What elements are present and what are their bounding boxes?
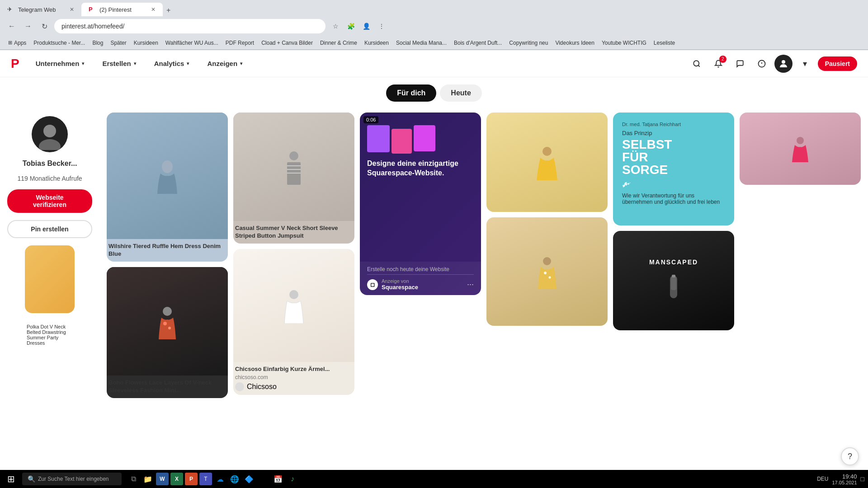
sidebar-username: Tobias Becker...	[23, 160, 77, 168]
tab-telegram-close[interactable]: ✕	[70, 6, 74, 13]
manscaped-brand: MANSCAPED	[649, 258, 698, 266]
pin-card[interactable]	[486, 217, 608, 326]
nav-anzeigen[interactable]: Anzeigen ▾	[202, 56, 248, 71]
bookmark-spaeter[interactable]: Später	[108, 39, 129, 47]
pin-more-button[interactable]: ···	[467, 280, 474, 289]
bookmark-star-button[interactable]: ☆	[329, 20, 342, 33]
taskbar-word[interactable]: W	[156, 473, 169, 485]
pin-info: Wilshire Tiered Ruffle Hem Dress Denim B…	[107, 239, 228, 262]
taskbar-powerpoint[interactable]: P	[185, 473, 198, 485]
taskbar-chrome[interactable]: 🌐	[228, 473, 241, 485]
pinterest-logo[interactable]: P	[11, 56, 19, 71]
taskbar-teams[interactable]: T	[199, 473, 212, 485]
create-pin-button[interactable]: Pin erstellen	[7, 220, 92, 238]
taskbar-photos[interactable]: 🖼	[257, 473, 270, 485]
bookmark-blog[interactable]: Blog	[90, 39, 106, 47]
pin-card-manscaped[interactable]: MANSCAPED	[613, 231, 734, 330]
user-avatar[interactable]	[774, 55, 793, 73]
forward-button[interactable]: →	[22, 20, 34, 33]
ad-label: Erstelle noch heute deine Website	[367, 266, 474, 272]
nav-analytics[interactable]: Analytics ▾	[149, 56, 195, 71]
sq-ad-user: ◻ Anzeige von Squarespace	[367, 278, 418, 291]
pin-info: Chicsoso Einfarbig Kurze Ärmel... chicso…	[233, 362, 354, 395]
bookmark-apps[interactable]: ⊞ Apps	[5, 39, 29, 47]
tab-pinterest-title: (2) Pinterest	[99, 6, 147, 13]
tab-pinterest[interactable]: P (2) Pinterest ✕	[81, 3, 163, 16]
bookmark-produktsuche[interactable]: Produktsuche - Mer...	[31, 39, 88, 47]
settings-button[interactable]: ⋮	[375, 20, 388, 33]
alerts-button[interactable]	[753, 55, 771, 73]
svg-rect-23	[672, 275, 675, 277]
start-button[interactable]: ⊞	[4, 472, 19, 486]
book-das-prinzip: Das Prinzip	[622, 130, 725, 136]
profile-button[interactable]: 👤	[360, 20, 373, 33]
svg-point-9	[163, 322, 167, 325]
bookmark-dinner[interactable]: Dinner & Crime	[317, 39, 360, 47]
pin-card[interactable]: Wilshire Tiered Ruffle Hem Dress Denim B…	[107, 113, 228, 262]
help-icon-button[interactable]: ?	[841, 447, 859, 465]
bookmark-youtube-label: Youtube WICHTIG	[602, 40, 646, 46]
bookmark-wahlf[interactable]: Wahlfächer WU Aus...	[163, 39, 221, 47]
bookmark-leseliste[interactable]: Leseliste	[651, 39, 678, 47]
pin-user-avatar	[235, 382, 244, 391]
messages-button[interactable]	[731, 55, 749, 73]
notifications-button[interactable]: 2	[709, 55, 727, 73]
pin-card[interactable]	[486, 113, 608, 212]
svg-point-6	[39, 139, 61, 150]
taskbar-taskview[interactable]: ⧉	[127, 473, 140, 485]
telegram-favicon: ✈	[7, 6, 14, 13]
bookmark-videokurs[interactable]: Videokurs Ideen	[552, 39, 597, 47]
taskbar-explorer[interactable]: 📁	[142, 473, 154, 485]
sidebar-pin-image[interactable]	[25, 245, 75, 313]
nav-unternehmen[interactable]: Unternehmen ▾	[30, 56, 90, 71]
notification-center-button[interactable]: □	[861, 475, 864, 483]
taskbar-search[interactable]: 🔍 Zur Suche Text hier eingeben	[22, 473, 122, 485]
pin-info: Casual Summer V Neck Short Sleeve Stripe…	[233, 221, 354, 244]
bookmark-pdf[interactable]: PDF Report	[223, 39, 257, 47]
taskbar-spotify[interactable]: ♪	[286, 473, 299, 485]
pin-card-squarespace-ad[interactable]: 0:06 Designe deine einzigartige Squaresp…	[360, 113, 481, 295]
pinterest-nav: P Unternehmen ▾ Erstellen ▾ Analytics ▾ …	[0, 50, 868, 77]
bookmark-kursideen2[interactable]: Kursideen	[362, 39, 392, 47]
taskbar-edge[interactable]: 🔷	[243, 473, 255, 485]
tab-pinterest-close[interactable]: ✕	[151, 6, 156, 13]
nav-analytics-label: Analytics	[154, 60, 184, 67]
nav-right: 2 ▾ Pausiert	[688, 55, 857, 73]
pin-card[interactable]: Boho Flowers Lace Layers Of V-neck Sleev…	[107, 267, 228, 398]
paused-button[interactable]: Pausiert	[818, 56, 857, 71]
taskbar-calendar[interactable]: 📅	[272, 473, 284, 485]
taskbar-date: 17.05.2021	[832, 480, 857, 485]
back-button[interactable]: ←	[5, 20, 18, 33]
reload-button[interactable]: ↻	[38, 20, 51, 33]
svg-point-0	[693, 61, 699, 66]
url-text: pinterest.at/homefeed/	[61, 23, 124, 30]
pin-card[interactable]	[740, 113, 861, 185]
url-bar[interactable]: pinterest.at/homefeed/	[54, 19, 326, 33]
pin-card-book[interactable]: Dr. med. Tatjana Reichhart Das Prinzip S…	[613, 113, 734, 225]
sidebar-pin-caption: Polka Dot V Neck Belted Drawstring Summe…	[25, 322, 75, 347]
bookmark-socialmedia[interactable]: Social Media Mana...	[393, 39, 449, 47]
user-menu-chevron[interactable]: ▾	[796, 55, 814, 73]
bookmark-cload[interactable]: Cload + Canva Bilder	[259, 39, 316, 47]
bookmark-pdf-label: PDF Report	[226, 40, 254, 46]
verify-website-button[interactable]: Webseiteverifizieren	[7, 189, 92, 213]
nav-erstellen[interactable]: Erstellen ▾	[97, 56, 141, 71]
pin-card[interactable]: Chicsoso Einfarbig Kurze Ärmel... chicso…	[233, 249, 354, 395]
sq-username: Squarespace	[382, 284, 418, 291]
sidebar: Tobias Becker... 119 Monatliche Aufrufe …	[0, 109, 99, 488]
feed-tab-heute[interactable]: Heute	[440, 84, 481, 102]
bookmark-copywriting[interactable]: Copywriting neu	[506, 39, 551, 47]
search-button[interactable]	[688, 55, 706, 73]
pin-card[interactable]: Casual Summer V Neck Short Sleeve Stripe…	[233, 113, 354, 244]
svg-point-24	[797, 137, 804, 144]
bookmark-bois[interactable]: Bois d'Argent Duft...	[451, 39, 505, 47]
tab-telegram[interactable]: ✈ Telegram Web ✕	[0, 3, 81, 16]
bookmark-kursideen1[interactable]: Kursideen	[131, 39, 161, 47]
feed-tab-fuer-dich[interactable]: Für dich	[386, 84, 436, 102]
taskbar-onedrive[interactable]: ☁	[214, 473, 226, 485]
address-bar: ← → ↻ pinterest.at/homefeed/ ☆ 🧩 👤 ⋮	[0, 16, 868, 36]
taskbar-excel[interactable]: X	[170, 473, 183, 485]
bookmark-youtube[interactable]: Youtube WICHTIG	[599, 39, 649, 47]
extensions-button[interactable]: 🧩	[344, 20, 357, 33]
new-tab-button[interactable]: +	[163, 5, 174, 16]
